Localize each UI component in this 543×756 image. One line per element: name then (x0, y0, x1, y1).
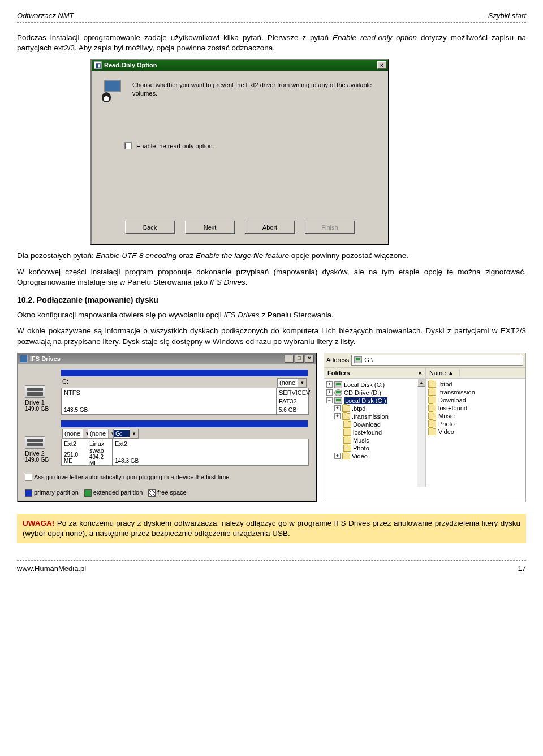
tree-item[interactable]: +Local Disk (C:) (326, 381, 424, 389)
folder-icon (343, 421, 351, 428)
tree-item[interactable]: lost+found (334, 428, 424, 436)
folders-close-icon[interactable]: × (419, 370, 422, 376)
tree-item[interactable]: Photo (334, 444, 424, 452)
list-item-label: Photo (438, 420, 455, 427)
drive1-part2-letter-dropdown[interactable]: (none▼ (277, 378, 307, 388)
close-icon[interactable]: × (305, 355, 314, 363)
tree-item[interactable]: +CD Drive (D:) (326, 389, 424, 397)
hdd-icon (354, 356, 362, 363)
para-5: W oknie pokazywane są informacje o wszys… (17, 326, 526, 346)
maximize-icon[interactable]: □ (295, 355, 304, 363)
tree-expand-icon[interactable]: + (334, 453, 341, 459)
list-item[interactable]: Download (428, 396, 523, 404)
header-rule (17, 22, 526, 23)
tree-expand-icon[interactable]: + (334, 405, 341, 411)
partition-bar-primary (61, 370, 276, 376)
tree-item[interactable]: Download (334, 420, 424, 428)
tree-expand-icon[interactable]: + (334, 413, 341, 419)
address-label: Address (326, 356, 349, 363)
partition-bar-primary (87, 420, 112, 427)
list-item[interactable]: Music (428, 412, 523, 420)
folder-icon (342, 413, 350, 420)
tree-item-label: Music (353, 437, 369, 444)
drive-1-block: Drive 1 149.0 GB C: (none▼ (25, 370, 309, 415)
abort-button[interactable]: Abort (245, 221, 295, 234)
list-item[interactable]: Photo (428, 420, 523, 428)
list-item-label: .btpd (438, 381, 452, 388)
dialog-readonly-option: ◧ Read-Only Option × Choose whether you … (90, 59, 389, 245)
drive1-part1-cell: NTFS 143.5 GB (62, 388, 277, 414)
drive-1-size: 149.0 GB (25, 406, 55, 412)
close-icon[interactable]: × (377, 61, 386, 69)
readonly-checkbox[interactable] (124, 142, 132, 149)
drive-2-label: Drive 2 (25, 450, 55, 457)
tree-item[interactable]: +.transmission (334, 413, 424, 420)
section-heading: 10.2. Podłączanie (mapowanie) dysku (17, 295, 526, 304)
chevron-down-icon: ▼ (298, 379, 306, 387)
tree-expand-icon[interactable]: − (326, 397, 333, 403)
finish-button: Finish (305, 221, 355, 234)
drive2-part3-letter-dropdown[interactable]: G:▼ (113, 429, 139, 439)
list-item-label: Video (438, 428, 454, 435)
minimize-icon[interactable]: _ (285, 355, 294, 363)
partition-bar-primary (112, 420, 308, 427)
folder-tree[interactable]: +Local Disk (C:)+CD Drive (D:)−Local Dis… (324, 379, 425, 487)
folder-icon (428, 428, 436, 435)
list-item-label: Music (438, 413, 455, 419)
tree-expand-icon[interactable]: + (326, 381, 333, 388)
list-item-label: Download (438, 397, 466, 403)
drive-2-size: 149.0 GB (25, 457, 55, 463)
auto-assign-checkbox[interactable] (25, 474, 32, 481)
legend-extended: extended partition (84, 489, 143, 497)
back-button[interactable]: Back (125, 221, 175, 234)
list-item[interactable]: lost+found (428, 404, 523, 412)
page-footer: www.HumanMedia.pl 17 (17, 564, 526, 573)
tree-item-label: Local Disk (G:) (344, 397, 387, 404)
drive-icon (25, 385, 45, 398)
sort-asc-icon: ▲ (447, 370, 454, 376)
drive-2-block: Drive 2 149.0 GB (none▼ (none▼ G:▼ (25, 420, 309, 466)
folder-icon (428, 405, 436, 411)
folder-icon (342, 453, 350, 459)
ifs-drives-window: IFS Drives _ □ × Drive 1 149.0 GB (17, 353, 317, 502)
drive1-letter-c: C: (61, 377, 276, 388)
chevron-down-icon: ▼ (130, 429, 138, 438)
list-column-header[interactable]: Name ▲ (426, 368, 525, 379)
dialog-app-icon: ◧ (94, 61, 102, 69)
warning-box: UWAGA! Po za kończeniu pracy z dyskiem o… (17, 514, 526, 543)
tree-item[interactable]: Music (334, 436, 424, 444)
list-item[interactable]: .btpd (428, 380, 523, 388)
warning-head: UWAGA! (23, 519, 54, 527)
dialog-title-text: Read-Only Option (104, 62, 157, 68)
drive2-part1-cell: Ext2 251.0 ME (62, 439, 87, 465)
tree-item-label: Download (353, 421, 381, 428)
folder-icon (343, 445, 351, 452)
ifs-title-text: IFS Drives (30, 355, 61, 362)
ext2-penguin-icon (102, 80, 124, 102)
tree-item-label: .btpd (352, 405, 365, 412)
folder-icon (428, 381, 436, 388)
list-item-label: .transmission (438, 389, 475, 396)
tree-item[interactable]: −Local Disk (G:) (326, 397, 424, 405)
tree-item[interactable]: +.btpd (334, 405, 424, 413)
tree-item[interactable]: +Video (334, 452, 424, 460)
folder-icon (342, 405, 350, 412)
address-field[interactable]: G:\ (351, 355, 523, 366)
folder-icon (428, 420, 436, 427)
folder-icon (428, 389, 436, 396)
drive-icon (25, 436, 45, 449)
drive1-part2-cell: SERVICEV FAT32 5.6 GB (277, 388, 308, 414)
header-left: Odtwarzacz NMT (17, 11, 74, 20)
partition-bar-primary (276, 370, 308, 376)
tree-expand-icon[interactable]: + (326, 389, 333, 396)
tree-item-label: Video (352, 453, 368, 459)
tree-scrollbar[interactable]: ▲ (417, 379, 425, 487)
file-list[interactable]: .btpd.transmissionDownloadlost+foundMusi… (426, 379, 525, 437)
next-button[interactable]: Next (185, 221, 235, 234)
footer-rule (17, 560, 526, 561)
drive2-part2-cell: Linux swap 494.2 ME (87, 439, 113, 465)
list-item[interactable]: .transmission (428, 388, 523, 396)
folder-icon (343, 429, 351, 436)
list-item[interactable]: Video (428, 428, 523, 436)
scroll-up-icon[interactable]: ▲ (417, 379, 425, 387)
